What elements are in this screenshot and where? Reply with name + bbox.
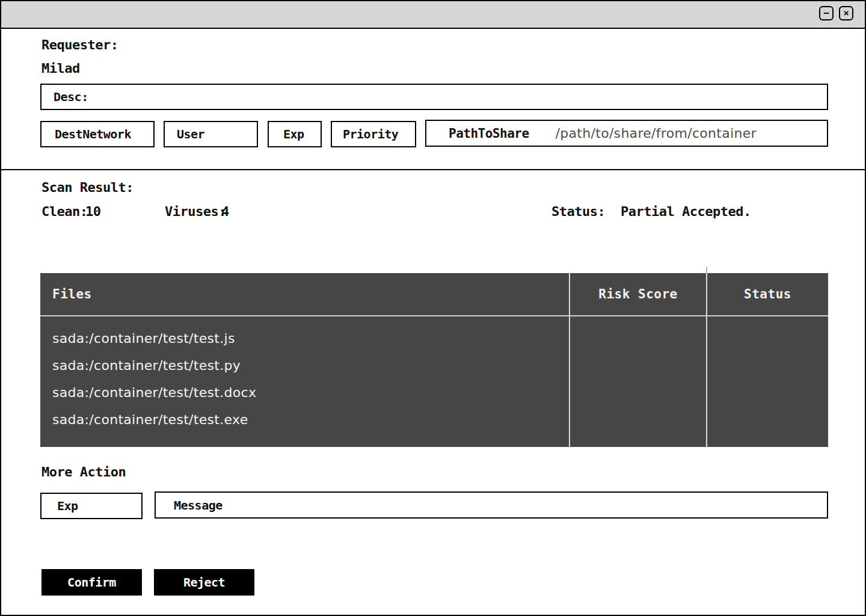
message-label: Message [174, 498, 223, 513]
message-field[interactable]: Message [155, 491, 828, 519]
path-to-share-value: /path/to/share/from/container [556, 126, 757, 141]
status-value: Partial Accepted. [621, 204, 751, 219]
viruses-label: Viruses: [165, 204, 226, 219]
path-to-share-field[interactable]: PathToShare /path/to/share/from/containe… [425, 120, 828, 147]
table-header-rule [40, 315, 828, 316]
column-header-risk-score: Risk Score [570, 273, 706, 315]
confirm-button[interactable]: Confirm [41, 569, 142, 596]
clean-label: Clean: [41, 204, 87, 219]
table-body: sada:/container/test/test.js sada:/conta… [40, 325, 828, 433]
exp-label: Exp [283, 127, 304, 141]
close-icon[interactable]: × [839, 6, 853, 20]
title-bar: − × [1, 1, 865, 29]
scan-result-title: Scan Result: [41, 180, 134, 195]
section-divider [1, 169, 865, 170]
table-column-tick [706, 267, 707, 273]
table-row[interactable]: sada:/container/test/test.docx [40, 379, 828, 406]
requester-label: Requester: [41, 37, 118, 52]
dest-network-field[interactable]: DestNetwork [40, 121, 155, 147]
viruses-value: 4 [221, 204, 229, 219]
more-action-exp-label: Exp [57, 499, 78, 513]
desc-label: Desc: [54, 90, 88, 104]
column-header-files: Files [52, 273, 92, 315]
clean-value: 10 [85, 204, 101, 219]
minimize-icon[interactable]: − [819, 6, 834, 20]
table-row[interactable]: sada:/container/test/test.py [40, 352, 828, 379]
path-to-share-label: PathToShare [449, 126, 529, 141]
user-label: User [177, 127, 204, 141]
more-action-exp-field[interactable]: Exp [40, 493, 143, 519]
share-request-window: − × Requester: Milad Desc: DestNetwork U… [0, 0, 866, 616]
requester-value: Milad [41, 61, 80, 76]
priority-label: Priority [343, 127, 398, 141]
dest-network-label: DestNetwork [55, 127, 131, 141]
table-row[interactable]: sada:/container/test/test.js [40, 325, 828, 352]
exp-field[interactable]: Exp [268, 121, 322, 147]
reject-button[interactable]: Reject [154, 569, 254, 596]
more-action-title: More Action [41, 464, 126, 479]
table-header: Files Risk Score Status [40, 273, 828, 315]
table-row[interactable]: sada:/container/test/test.exe [40, 406, 828, 433]
desc-field[interactable]: Desc: [40, 84, 828, 110]
user-field[interactable]: User [164, 121, 258, 147]
scan-results-table: Files Risk Score Status sada:/container/… [40, 273, 828, 447]
status-label: Status: [551, 204, 605, 219]
column-header-status: Status [707, 273, 828, 315]
priority-field[interactable]: Priority [331, 121, 416, 147]
